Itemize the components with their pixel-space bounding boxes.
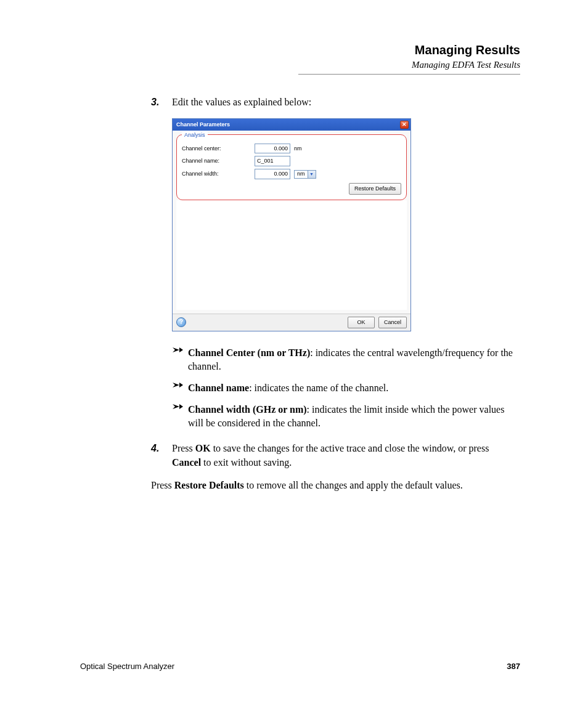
row-channel-width: Channel width: 0.000 nm ▼ bbox=[182, 169, 401, 179]
step-number: 3. bbox=[151, 95, 172, 110]
bullet-term: Channel width (GHz or nm) bbox=[188, 404, 307, 415]
bullet-desc: : indicates the name of the channel. bbox=[249, 383, 388, 393]
row-channel-center: Channel center: 0.000 nm bbox=[182, 144, 401, 154]
bullet-channel-center: Channel Center (nm or THz): indicates th… bbox=[172, 346, 520, 374]
arrow-icon bbox=[172, 403, 188, 431]
closing-paragraph: Press Restore Defaults to remove all the… bbox=[151, 479, 520, 493]
unit-channel-center: nm bbox=[294, 145, 302, 153]
combo-channel-width-unit[interactable]: nm ▼ bbox=[294, 170, 316, 179]
help-icon[interactable]: ? bbox=[176, 317, 186, 327]
input-channel-center[interactable]: 0.000 bbox=[255, 144, 290, 154]
step-number: 4. bbox=[151, 442, 172, 469]
chevron-down-icon: ▼ bbox=[308, 171, 316, 178]
step-text: Press OK to save the changes for the act… bbox=[172, 442, 520, 469]
arrow-icon bbox=[172, 381, 188, 396]
bullet-channel-name: Channel name: indicates the name of the … bbox=[172, 381, 520, 396]
cancel-button[interactable]: Cancel bbox=[378, 317, 407, 328]
dialog-titlebar: Channel Parameters ✕ bbox=[173, 119, 410, 131]
header-rule bbox=[298, 74, 520, 75]
channel-parameters-dialog: Channel Parameters ✕ Analysis Channel ce… bbox=[172, 118, 411, 331]
analysis-group: Analysis Channel center: 0.000 nm Channe… bbox=[176, 134, 407, 200]
label-channel-name: Channel name: bbox=[182, 157, 255, 165]
label-channel-width: Channel width: bbox=[182, 170, 255, 178]
restore-defaults-button[interactable]: Restore Defaults bbox=[349, 183, 401, 195]
step-4: 4. Press OK to save the changes for the … bbox=[151, 442, 520, 469]
close-icon[interactable]: ✕ bbox=[400, 121, 409, 129]
dialog-button-bar: ? OK Cancel bbox=[173, 314, 410, 331]
footer-product: Optical Spectrum Analyzer bbox=[80, 662, 174, 671]
step-3: 3. Edit the values as explained below: bbox=[151, 95, 520, 110]
row-channel-name: Channel name: C_001 bbox=[182, 156, 401, 166]
section-title: Managing Results bbox=[80, 43, 520, 57]
label-channel-center: Channel center: bbox=[182, 145, 255, 153]
footer-page-number: 387 bbox=[507, 662, 520, 671]
bullet-term: Channel Center (nm or THz) bbox=[188, 347, 310, 358]
input-channel-name[interactable]: C_001 bbox=[255, 156, 290, 166]
arrow-icon bbox=[172, 346, 188, 374]
dialog-title: Channel Parameters bbox=[176, 121, 230, 129]
input-channel-width[interactable]: 0.000 bbox=[255, 169, 290, 179]
bullet-channel-width: Channel width (GHz or nm): indicates the… bbox=[172, 403, 520, 431]
combo-text: nm bbox=[295, 170, 308, 178]
dialog-figure: Channel Parameters ✕ Analysis Channel ce… bbox=[172, 118, 520, 331]
bullet-term: Channel name bbox=[188, 383, 249, 393]
step-text: Edit the values as explained below: bbox=[172, 95, 520, 110]
ok-button[interactable]: OK bbox=[348, 317, 375, 328]
group-legend: Analysis bbox=[182, 131, 208, 139]
section-subtitle: Managing EDFA Test Results bbox=[80, 60, 520, 70]
